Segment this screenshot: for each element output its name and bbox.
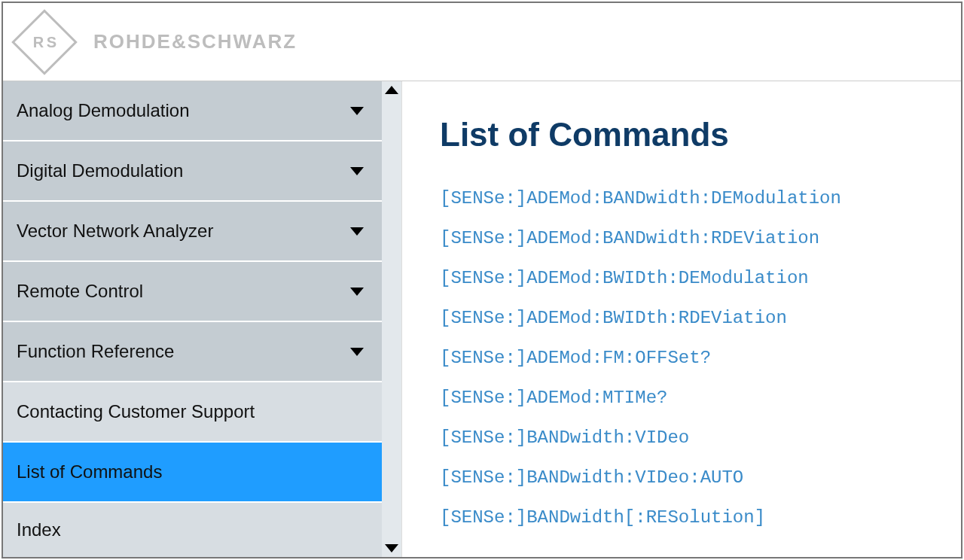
main-content: List of Commands [SENSe:]ADEMod:BANDwidt… [402,81,961,557]
sidebar-item-function-reference[interactable]: Function Reference [3,322,382,382]
page-title: List of Commands [440,116,946,154]
sidebar-item-label: Vector Network Analyzer [17,221,213,242]
sidebar-item-label: Function Reference [17,341,174,362]
command-link[interactable]: [SENSe:]ADEMod:BWIDth:RDEViation [440,308,946,328]
command-link[interactable]: [SENSe:]ADEMod:BANDwidth:DEModulation [440,188,946,208]
sidebar-item-vector-network-analyzer[interactable]: Vector Network Analyzer [3,202,382,262]
app-frame: R S ROHDE&SCHWARZ Analog Demodulation Di… [2,2,962,558]
scroll-up-icon[interactable] [385,86,398,94]
sidebar-item-list-of-commands[interactable]: List of Commands [3,443,382,503]
sidebar-item-label: Remote Control [17,281,143,302]
sidebar-wrap: Analog Demodulation Digital Demodulation… [3,81,402,557]
command-link[interactable]: [SENSe:]BANDwidth[:RESolution] [440,507,946,528]
brand-text: ROHDE&SCHWARZ [93,30,297,53]
command-link[interactable]: [SENSe:]ADEMod:BANDwidth:RDEViation [440,228,946,248]
sidebar: Analog Demodulation Digital Demodulation… [3,81,382,557]
chevron-down-icon [350,348,364,356]
sidebar-item-label: Digital Demodulation [17,160,183,181]
rs-logo-icon: R S [11,9,78,75]
scroll-down-icon[interactable] [385,544,398,552]
sidebar-item-digital-demodulation[interactable]: Digital Demodulation [3,142,382,202]
header: R S ROHDE&SCHWARZ [3,3,961,81]
body: Analog Demodulation Digital Demodulation… [3,81,961,557]
sidebar-scrollbar[interactable] [382,81,401,557]
sidebar-item-index[interactable]: Index [3,503,382,557]
command-link[interactable]: [SENSe:]ADEMod:FM:OFFSet? [440,348,946,368]
sidebar-item-label: Contacting Customer Support [17,401,255,422]
chevron-down-icon [350,227,364,236]
sidebar-item-label: List of Commands [17,461,162,482]
chevron-down-icon [350,107,364,115]
command-link[interactable]: [SENSe:]BANDwidth:VIDeo:AUTO [440,467,946,488]
command-link[interactable]: [SENSe:]BANDwidth:VIDeo [440,428,946,448]
chevron-down-icon [350,288,364,296]
command-link[interactable]: [SENSe:]ADEMod:MTIMe? [440,388,946,408]
command-link[interactable]: [SENSe:]ADEMod:BWIDth:DEModulation [440,268,946,288]
sidebar-item-remote-control[interactable]: Remote Control [3,262,382,322]
command-list: [SENSe:]ADEMod:BANDwidth:DEModulation [S… [440,188,946,528]
rs-logo-text: R S [28,26,61,59]
sidebar-item-label: Analog Demodulation [17,100,190,121]
chevron-down-icon [350,167,364,175]
sidebar-item-contacting-customer-support[interactable]: Contacting Customer Support [3,382,382,443]
sidebar-item-label: Index [17,519,61,540]
sidebar-item-analog-demodulation[interactable]: Analog Demodulation [3,81,382,142]
